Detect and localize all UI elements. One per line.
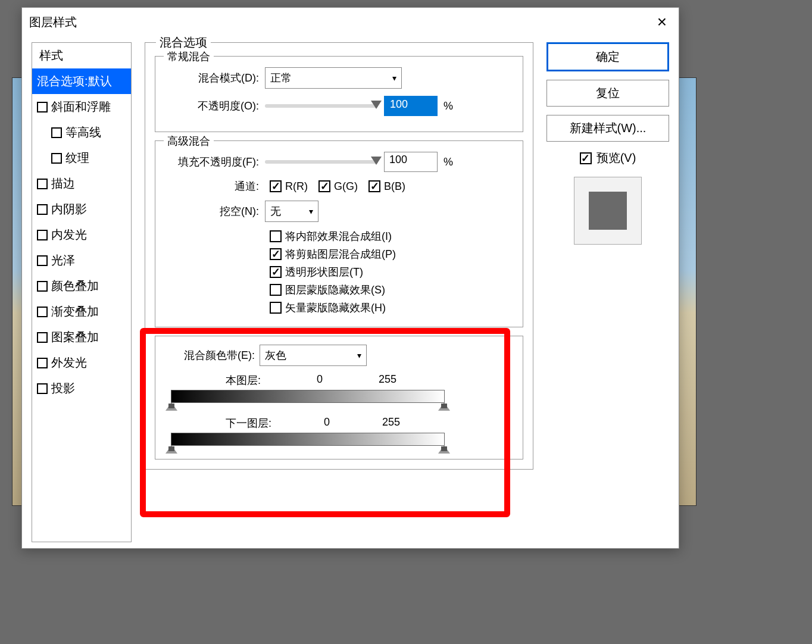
blending-options-group: 混合选项 常规混合 混合模式(D): 正常 ▾ 不透明度(O): 10 (145, 42, 533, 470)
sidebar-item-outer-glow[interactable]: 外发光 (32, 350, 131, 376)
checkbox-icon[interactable] (37, 307, 48, 317)
handle-icon[interactable] (438, 402, 450, 411)
blend-if-label: 混合颜色带(E): (184, 348, 255, 362)
checkbox-icon[interactable] (270, 230, 282, 242)
general-blending-group: 常规混合 混合模式(D): 正常 ▾ 不透明度(O): 100 % (155, 56, 523, 132)
ok-button[interactable]: 确定 (546, 42, 669, 71)
channel-b[interactable]: B(B) (368, 180, 405, 193)
dialog-title: 图层样式 (29, 14, 652, 30)
checkbox-icon[interactable] (37, 102, 48, 112)
sidebar-item-label: 颜色叠加 (51, 278, 99, 294)
preview-inner (589, 192, 627, 230)
sidebar-item-bevel[interactable]: 斜面和浮雕 (32, 94, 131, 120)
fill-opacity-unit: % (444, 156, 453, 168)
checkbox-icon[interactable] (580, 152, 592, 164)
opt-trans-shapes[interactable]: 透明形状图层(T) (270, 265, 514, 279)
sidebar-item-blending-options[interactable]: 混合选项:默认 (32, 68, 131, 94)
blend-mode-value: 正常 (270, 71, 292, 85)
under-layer-low: 0 (324, 416, 330, 430)
sidebar-item-label: 斜面和浮雕 (51, 99, 111, 115)
sidebar-item-inner-shadow[interactable]: 内阴影 (32, 196, 131, 222)
sidebar-header: 样式 (32, 43, 131, 68)
checkbox-icon[interactable] (37, 255, 48, 266)
opacity-slider[interactable] (265, 104, 378, 108)
close-icon[interactable]: × (652, 12, 672, 32)
handle-icon[interactable] (165, 445, 177, 454)
blend-if-value: 灰色 (265, 348, 286, 362)
opt-blend-interior[interactable]: 将内部效果混合成组(I) (270, 229, 514, 243)
checkbox-icon[interactable] (270, 266, 282, 278)
checkbox-icon[interactable] (37, 281, 48, 292)
sidebar-item-label: 渐变叠加 (51, 304, 99, 320)
sidebar-item-drop-shadow[interactable]: 投影 (32, 376, 131, 401)
sidebar-item-label: 等高线 (65, 124, 101, 140)
fill-opacity-slider[interactable] (265, 160, 378, 164)
sidebar-item-inner-glow[interactable]: 内发光 (32, 222, 131, 248)
handle-icon[interactable] (438, 445, 450, 454)
checkbox-icon[interactable] (37, 332, 48, 343)
chevron-down-icon: ▾ (357, 351, 361, 360)
opacity-label: 不透明度(O): (164, 99, 259, 113)
opacity-input[interactable]: 100 (384, 96, 438, 116)
fill-opacity-input[interactable]: 100 (384, 152, 438, 172)
channel-r[interactable]: R(R) (270, 180, 308, 193)
checkbox-icon[interactable] (318, 180, 330, 192)
sidebar-item-satin[interactable]: 光泽 (32, 248, 131, 273)
advanced-blending-group: 高级混合 填充不透明度(F): 100 % 通道: R(R) G(G) B(B) (155, 140, 523, 327)
sidebar-item-color-overlay[interactable]: 颜色叠加 (32, 273, 131, 299)
blend-mode-label: 混合模式(D): (164, 71, 259, 85)
opt-layer-mask-hide[interactable]: 图层蒙版隐藏效果(S) (270, 283, 514, 297)
new-style-button[interactable]: 新建样式(W)... (546, 115, 669, 142)
sidebar-item-label: 光泽 (51, 252, 75, 268)
sidebar-item-texture[interactable]: 纹理 (32, 145, 131, 171)
checkbox-icon[interactable] (368, 180, 380, 192)
sidebar-item-pattern-overlay[interactable]: 图案叠加 (32, 324, 131, 350)
this-layer-label: 本图层: (226, 373, 261, 387)
knockout-value: 无 (270, 204, 281, 218)
under-layer-gradient[interactable] (171, 433, 445, 446)
group-legend: 常规混合 (164, 49, 214, 64)
sidebar-item-contour[interactable]: 等高线 (32, 120, 131, 145)
blend-if-select[interactable]: 灰色 ▾ (260, 345, 367, 366)
this-layer-gradient[interactable] (171, 390, 445, 403)
checkbox-icon[interactable] (270, 180, 282, 192)
checkbox-icon[interactable] (37, 179, 48, 189)
dialog-titlebar: 图层样式 × (22, 8, 679, 36)
group-legend: 高级混合 (164, 134, 214, 148)
group-legend: 混合选项 (156, 35, 211, 51)
chevron-down-icon: ▾ (309, 207, 313, 216)
knockout-select[interactable]: 无 ▾ (265, 201, 318, 222)
opt-vector-mask-hide[interactable]: 矢量蒙版隐藏效果(H) (270, 301, 514, 315)
checkbox-icon[interactable] (37, 204, 48, 215)
slider-thumb-icon[interactable] (371, 157, 382, 165)
sidebar-item-label: 内阴影 (51, 201, 87, 217)
opacity-unit: % (444, 100, 453, 112)
sidebar-item-label: 图案叠加 (51, 329, 99, 345)
fill-opacity-label: 填充不透明度(F): (164, 155, 259, 169)
slider-thumb-icon[interactable] (371, 101, 382, 109)
channel-g[interactable]: G(G) (318, 180, 358, 193)
chevron-down-icon: ▾ (392, 73, 396, 83)
sidebar-item-gradient-overlay[interactable]: 渐变叠加 (32, 299, 131, 324)
sidebar-item-label: 内发光 (51, 227, 87, 243)
sidebar-item-label: 描边 (51, 176, 75, 192)
reset-button[interactable]: 复位 (546, 80, 669, 107)
opt-blend-clipped[interactable]: 将剪贴图层混合成组(P) (270, 247, 514, 261)
blend-mode-select[interactable]: 正常 ▾ (265, 67, 402, 89)
handle-icon[interactable] (165, 402, 177, 411)
preview-label: 预览(V) (596, 150, 636, 166)
checkbox-icon[interactable] (51, 127, 62, 138)
sidebar-item-stroke[interactable]: 描边 (32, 171, 131, 196)
checkbox-icon[interactable] (37, 358, 48, 368)
options-panel: 混合选项 常规混合 混合模式(D): 正常 ▾ 不透明度(O): 10 (145, 42, 533, 542)
checkbox-icon[interactable] (37, 230, 48, 240)
preview-checkbox[interactable]: 预览(V) (546, 150, 669, 166)
checkbox-icon[interactable] (270, 302, 282, 314)
checkbox-icon[interactable] (51, 153, 62, 164)
checkbox-icon[interactable] (37, 383, 48, 394)
this-layer-high: 255 (379, 373, 396, 387)
styles-sidebar: 样式 混合选项:默认 斜面和浮雕 等高线 纹理 描边 内阴影 (32, 42, 132, 542)
checkbox-icon[interactable] (270, 284, 282, 296)
layer-style-dialog: 图层样式 × 样式 混合选项:默认 斜面和浮雕 等高线 纹理 描边 (21, 7, 679, 549)
checkbox-icon[interactable] (270, 248, 282, 260)
